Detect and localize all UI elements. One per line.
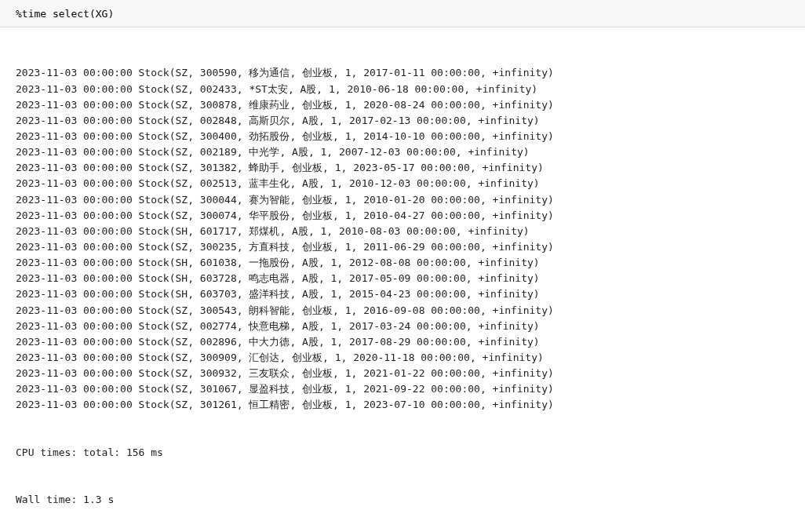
output-line: 2023-11-03 00:00:00 Stock(SZ, 002433, *S…: [16, 82, 796, 97]
output-line: 2023-11-03 00:00:00 Stock(SZ, 300590, 移为…: [16, 65, 796, 81]
output-line: 2023-11-03 00:00:00 Stock(SZ, 300909, 汇创…: [16, 350, 796, 366]
output-line: 2023-11-03 00:00:00 Stock(SZ, 300543, 朗科…: [16, 303, 796, 319]
output-line: 2023-11-03 00:00:00 Stock(SZ, 002848, 高斯…: [16, 113, 796, 129]
output-line: 2023-11-03 00:00:00 Stock(SZ, 300044, 赛为…: [16, 192, 796, 208]
output-line: 2023-11-03 00:00:00 Stock(SZ, 301382, 蜂助…: [16, 160, 796, 176]
output-line: 2023-11-03 00:00:00 Stock(SH, 603728, 鸣志…: [16, 271, 796, 286]
output-line: 2023-11-03 00:00:00 Stock(SZ, 002896, 中大…: [16, 334, 796, 350]
output-line: 2023-11-03 00:00:00 Stock(SZ, 002774, 快意…: [16, 319, 796, 334]
code-text: %time select(XG): [9, 6, 796, 22]
output-rows: 2023-11-03 00:00:00 Stock(SZ, 300590, 移为…: [16, 65, 796, 413]
output-line: 2023-11-03 00:00:00 Stock(SZ, 002513, 蓝丰…: [16, 176, 796, 191]
output-line: 2023-11-03 00:00:00 Stock(SZ, 300932, 三友…: [16, 366, 796, 381]
output-line: 2023-11-03 00:00:00 Stock(SZ, 002189, 中光…: [16, 144, 796, 160]
output-line: 2023-11-03 00:00:00 Stock(SH, 601717, 郑煤…: [16, 224, 796, 239]
output-line: 2023-11-03 00:00:00 Stock(SZ, 301067, 显盈…: [16, 381, 796, 397]
cpu-times: CPU times: total: 156 ms: [16, 445, 796, 461]
output-line: 2023-11-03 00:00:00 Stock(SZ, 300074, 华平…: [16, 208, 796, 224]
output-line: 2023-11-03 00:00:00 Stock(SZ, 300878, 维康…: [16, 97, 796, 113]
output-line: 2023-11-03 00:00:00 Stock(SZ, 300235, 方直…: [16, 239, 796, 255]
output-cell: 2023-11-03 00:00:00 Stock(SZ, 300590, 移为…: [0, 27, 805, 531]
output-line: 2023-11-03 00:00:00 Stock(SH, 603703, 盛洋…: [16, 286, 796, 302]
code-input-cell[interactable]: %time select(XG): [0, 0, 805, 27]
output-line: 2023-11-03 00:00:00 Stock(SZ, 300400, 劲拓…: [16, 129, 796, 144]
wall-time: Wall time: 1.3 s: [16, 492, 796, 508]
output-line: 2023-11-03 00:00:00 Stock(SZ, 301261, 恒工…: [16, 397, 796, 413]
output-line: 2023-11-03 00:00:00 Stock(SH, 601038, 一拖…: [16, 255, 796, 271]
